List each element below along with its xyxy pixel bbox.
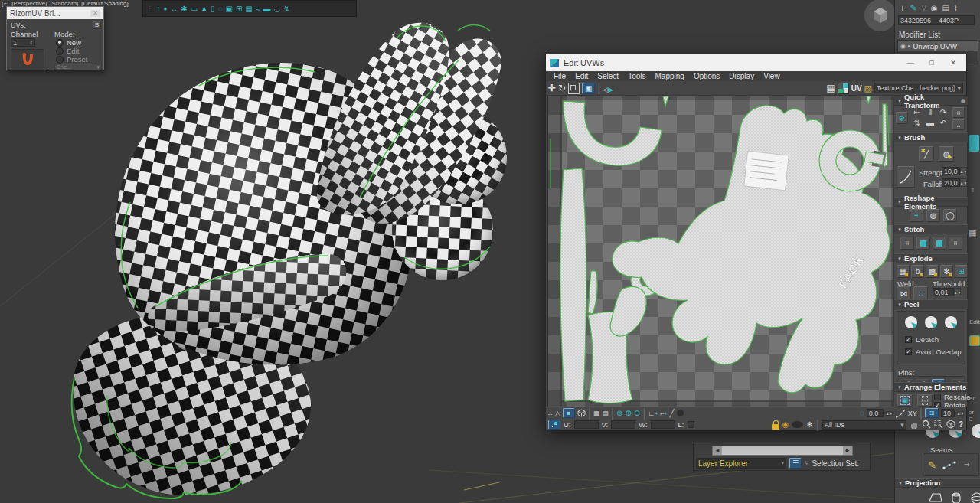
toolbar-grip[interactable]: ⋮	[146, 5, 153, 12]
peel-mode-icon[interactable]	[923, 315, 939, 330]
all-ids-dropdown[interactable]: All IDs ▾	[822, 420, 906, 430]
preset-dropdown[interactable]: C:\e... ▾	[54, 64, 102, 70]
space-vertical-icon[interactable]: ⫴	[924, 107, 936, 117]
rescale-checkbox-row[interactable]: Rescale	[934, 393, 970, 401]
pack-custom-icon[interactable]: ▫	[917, 394, 933, 407]
strength-spinner[interactable]: 10,0 ▲▼	[942, 167, 967, 175]
spinner-arrows-icon[interactable]: ▲▼	[954, 288, 961, 296]
falloff-curve-icon[interactable]	[895, 409, 906, 418]
mode-radio-new[interactable]: New	[56, 38, 81, 47]
rotate-cw-icon[interactable]: ↷	[937, 107, 949, 117]
grow-loop-icon[interactable]: ⊚	[616, 409, 622, 417]
spinner-arrows-icon[interactable]: ▲▼	[957, 411, 964, 416]
lock-selection-icon[interactable]	[772, 420, 779, 430]
create-tab-icon[interactable]: +	[900, 2, 906, 14]
spinner-arrows-icon[interactable]: ▲▼	[886, 411, 893, 416]
weld-all-icon[interactable]: ∷	[913, 286, 928, 300]
cone-tool-icon[interactable]: ▲	[201, 5, 207, 12]
horizontal-scrollbar[interactable]: ◄ ►	[712, 446, 853, 456]
radio-off-icon[interactable]	[56, 47, 64, 55]
freeform-mode-button[interactable]: ▣	[582, 83, 595, 94]
select-by-element-icon[interactable]: ▦	[593, 410, 600, 417]
scroll-left-arrow-icon[interactable]: ◄	[713, 446, 722, 455]
fill-tool-icon[interactable]: ▦	[245, 5, 252, 13]
uv-edge-mode-icon[interactable]: △	[555, 410, 560, 417]
maximize-button[interactable]: □	[923, 57, 940, 69]
link-tool-icon[interactable]: ↔	[170, 5, 178, 13]
zoom-region-icon[interactable]	[934, 418, 943, 432]
scroll-right-arrow-icon[interactable]: ►	[843, 446, 852, 455]
radio-off-icon[interactable]	[56, 56, 64, 64]
explode-face-icon[interactable]: ▩	[926, 265, 939, 278]
stitch-custom-icon[interactable]: ⁞⁞	[900, 237, 914, 250]
relax-tool-icon[interactable]: ≡	[910, 209, 923, 222]
lock-aspect-checkbox[interactable]	[688, 421, 694, 428]
radio-on-icon[interactable]	[56, 39, 64, 47]
falloff-spinner[interactable]: 20,0 ▲▼	[942, 178, 967, 187]
zoom-tool-icon[interactable]	[922, 418, 931, 432]
explode-edge-icon[interactable]: b	[911, 265, 924, 278]
display-tab-icon[interactable]: ▤	[942, 4, 949, 12]
menu-select[interactable]: Select	[593, 72, 623, 80]
pelt-map-icon[interactable]	[970, 423, 980, 439]
freeze-icon[interactable]: ❄	[806, 420, 812, 429]
grid-tool-icon[interactable]: ⊞	[236, 5, 242, 13]
align-horizontal-icon[interactable]: ⇤	[911, 107, 923, 117]
spinner-arrows-icon[interactable]: ▲▼	[960, 178, 967, 187]
stitch-target-icon[interactable]: ⁞⁞	[949, 237, 962, 250]
rizomuv-logo-button[interactable]	[11, 49, 44, 70]
scrollbar-thumb[interactable]	[722, 446, 843, 455]
stitch-source-icon[interactable]	[916, 237, 930, 250]
circle-tool-icon[interactable]: ◌	[218, 5, 223, 13]
falloff-curve-button[interactable]	[897, 166, 915, 188]
spinner-arrows-icon[interactable]: ▲▼	[960, 167, 967, 175]
pin-icon[interactable]: ◉	[961, 98, 965, 104]
scale-tool-icon[interactable]	[568, 83, 580, 94]
rotate-tool-icon[interactable]: ↻	[558, 83, 566, 93]
planar-map-icon[interactable]	[927, 491, 942, 503]
rizom-titlebar[interactable]: RizomUV Bri... ✕	[7, 7, 103, 19]
spherical-map-icon[interactable]	[970, 491, 980, 503]
move-brush-button[interactable]: ╱✱	[919, 146, 934, 162]
object-name-field[interactable]: 34320596__4403P	[898, 15, 975, 25]
layer-explorer-dropdown[interactable]: Layer Explorer ▾	[696, 458, 786, 469]
uv-polygon-mode-button[interactable]: ■	[563, 408, 575, 418]
arc-tool-icon[interactable]: ◡	[273, 5, 280, 13]
peel-rollout[interactable]: ▼ Peel	[894, 299, 968, 309]
viewcube[interactable]	[864, 0, 897, 31]
uv-space-label[interactable]: UV	[851, 84, 862, 93]
dialog-titlebar[interactable]: Edit UVWs — □ ✕	[546, 54, 966, 71]
brush-rollout[interactable]: ▼ Brush	[894, 132, 968, 142]
stitch-average-icon[interactable]	[933, 237, 946, 250]
space-horizontal-icon[interactable]: ▬	[924, 118, 936, 128]
menu-edit[interactable]: Edit	[570, 72, 593, 80]
modifier-list-dropdown[interactable]: Modifier List	[899, 31, 940, 39]
chevron-down-icon[interactable]: ▾	[957, 84, 961, 92]
menu-options[interactable]: Options	[689, 72, 724, 80]
scene-explorer-icon[interactable]: ⑂	[805, 459, 808, 467]
page-tool-icon[interactable]: ▯	[211, 5, 215, 13]
sphere-reshape-icon[interactable]: ◍	[926, 209, 940, 222]
pin-tool-icon[interactable]: ↑	[156, 4, 161, 13]
quick-peel-icon[interactable]	[903, 315, 919, 330]
texture-settings-icon[interactable]: ▨	[864, 83, 872, 93]
threshold-spinner[interactable]: 0,01 ▲▼	[933, 288, 961, 296]
distribute-button-bottom[interactable]: ⁚⁚	[952, 119, 965, 130]
settings-button[interactable]: S	[93, 21, 101, 29]
cylindrical-map-icon[interactable]	[950, 491, 962, 503]
quick-transform-rollout[interactable]: ▼ Quick Transform ◉	[894, 96, 968, 106]
v-field[interactable]	[611, 420, 635, 429]
channel-value-field[interactable]: 1 ⇕	[11, 38, 35, 47]
mode-radio-edit[interactable]: Edit	[56, 47, 79, 55]
chevron-down-icon[interactable]: ▾	[781, 460, 784, 466]
hierarchy-tab-icon[interactable]: ⑂	[922, 4, 926, 12]
select-by-face-icon[interactable]: ▤	[602, 410, 609, 417]
shrink-selection-icon[interactable]: ⊖	[634, 409, 640, 417]
close-icon[interactable]: ✕	[90, 10, 100, 17]
chevron-down-icon[interactable]: ▾	[900, 421, 904, 429]
angle-snap-field[interactable]: 10	[941, 409, 955, 417]
distribute-button-top[interactable]: ⁞⁞	[952, 107, 965, 118]
dot-tool-icon[interactable]: ●	[164, 5, 168, 12]
filter-faces-icon[interactable]: ◉	[782, 420, 789, 429]
zoom-extents-icon[interactable]	[946, 418, 956, 432]
